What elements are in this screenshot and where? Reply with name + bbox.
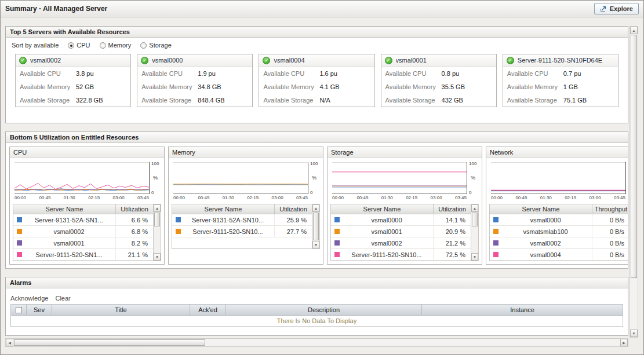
status-ok-icon: ✓ xyxy=(141,57,148,64)
scroll-right-button[interactable]: ▶ xyxy=(620,339,628,346)
sort-radio-storage[interactable]: Storage xyxy=(140,42,172,49)
card-row-storage: Available Storage N/A xyxy=(259,93,374,107)
x-tick: 00:45 xyxy=(39,195,50,200)
utilization-cell: 8.2 % xyxy=(116,240,153,247)
series-swatch xyxy=(334,252,340,257)
scroll-down-button[interactable]: ▼ xyxy=(154,253,161,261)
table-row[interactable]: vsmal0002 6.8 % xyxy=(13,226,153,237)
scroll-down-button[interactable]: ▼ xyxy=(630,330,638,337)
available-cpu-label: Available CPU xyxy=(141,70,198,77)
series-swatch xyxy=(17,229,22,234)
available-cpu-label: Available CPU xyxy=(263,70,319,77)
vertical-scroll-thumb[interactable] xyxy=(631,35,637,278)
network-table: Server Name Throughput vsmal0000 0 B/s v… xyxy=(489,204,628,261)
card-row-cpu: Available CPU 1.9 pu xyxy=(137,67,252,80)
x-tick: 01:30 xyxy=(540,195,552,200)
scroll-up-button[interactable]: ▲ xyxy=(154,204,161,212)
panel-storage-header: Storage xyxy=(328,147,482,158)
scroll-up-button[interactable]: ▲ xyxy=(630,27,638,34)
sort-radio-cpu[interactable]: CPU xyxy=(68,42,90,49)
card-row-cpu: Available CPU 0.8 pu xyxy=(381,67,496,80)
x-tick: 01:30 xyxy=(381,195,393,200)
radio-button-memory[interactable] xyxy=(100,42,106,49)
server-name-cell: vsmal0002 xyxy=(343,240,433,247)
card-row-storage: Available Storage 848.4 GB xyxy=(137,93,252,107)
x-tick: 00:00 xyxy=(491,195,503,200)
utilization-cell: 20.9 % xyxy=(434,228,471,235)
panel-title: Memory xyxy=(172,149,195,156)
available-cpu-value: 3.8 pu xyxy=(76,70,94,77)
series-swatch xyxy=(334,240,340,246)
server-name-cell: vsmal0002 xyxy=(501,240,592,247)
server-card-3[interactable]: ✓ vsmal0004 Available CPU 1.6 pu Availab… xyxy=(259,54,374,107)
table-row[interactable]: vsmal0002 0 B/s xyxy=(490,237,628,249)
table-row[interactable]: Server-9111-520-SN10... 72.5 % xyxy=(331,249,471,261)
table-row[interactable]: vsmal0000 0 B/s xyxy=(490,214,628,226)
utilization-cell: 27.7 % xyxy=(275,228,312,235)
app-window: Summary - All Managed Server Explore Top… xyxy=(0,0,644,355)
scroll-down-button[interactable]: ▼ xyxy=(312,241,319,248)
panel-title: CPU xyxy=(13,149,27,156)
column-description: Description xyxy=(226,305,422,315)
memory-table: Server Name Utilization Server-9131-52A-… xyxy=(172,204,320,249)
panel-network-header: Network xyxy=(486,147,628,158)
vertical-scrollbar[interactable]: ▲ ▼ xyxy=(630,26,638,338)
scroll-track[interactable] xyxy=(471,227,478,253)
column-utilization: Utilization xyxy=(434,204,471,214)
column-server-name: Server Name xyxy=(490,204,592,214)
available-cpu-label: Available CPU xyxy=(385,70,442,77)
scroll-track[interactable] xyxy=(630,279,638,330)
scroll-track[interactable] xyxy=(206,339,620,346)
scroll-left-button[interactable]: ◀ xyxy=(6,339,13,346)
table-row[interactable]: Server-9131-52A-SN1... 6.6 % xyxy=(13,214,153,226)
table-scrollbar[interactable]: ▲ ▼ xyxy=(153,204,161,261)
radio-button-cpu[interactable] xyxy=(68,42,74,49)
table-row[interactable]: Server-9131-52A-SN10... 25.9 % xyxy=(172,214,312,226)
table-row[interactable]: vsmal0004 0 B/s xyxy=(490,249,628,261)
select-all-checkbox[interactable] xyxy=(16,307,22,313)
utilization-cell: 21.1 % xyxy=(116,251,153,258)
sort-label: Sort by available xyxy=(12,42,59,49)
table-row[interactable]: Server-9111-520-SN10... 27.7 % xyxy=(172,226,312,237)
acknowledge-button[interactable]: Acknowledge xyxy=(10,295,48,302)
y-axis: 1 0 xyxy=(625,162,628,194)
table-row[interactable]: vsmal0000 14.1 % xyxy=(331,214,471,226)
status-ok-icon: ✓ xyxy=(385,57,392,64)
horizontal-scroll-thumb[interactable] xyxy=(14,339,205,346)
card-row-memory: Available Memory 35.5 GB xyxy=(381,80,496,93)
table-scrollbar[interactable]: ▲ ▼ xyxy=(312,204,319,248)
server-card-4[interactable]: ✓ vsmal0001 Available CPU 0.8 pu Availab… xyxy=(381,54,497,107)
utilization-cell: 6.6 % xyxy=(116,217,153,224)
table-row[interactable]: vsmatsmlab100 0 B/s xyxy=(490,226,628,237)
horizontal-scrollbar[interactable]: ◀ ▶ xyxy=(5,338,628,347)
scroll-down-button[interactable]: ▼ xyxy=(471,253,478,261)
server-card-2[interactable]: ✓ vsmal0000 Available CPU 1.9 pu Availab… xyxy=(137,54,253,107)
network-throughput-chart: 00:00 00:45 01:30 02:15 03:00 03:45 1 xyxy=(486,158,628,202)
server-card-header: ✓ vsmal0001 xyxy=(381,54,496,67)
server-name: Server-9111-520-SN10FD64E xyxy=(518,57,602,64)
chart-plot xyxy=(332,162,467,193)
scroll-thumb[interactable] xyxy=(313,213,319,240)
clear-button[interactable]: Clear xyxy=(55,295,70,302)
server-card-5[interactable]: ✓ Server-9111-520-SN10FD64E Available CP… xyxy=(503,54,618,107)
scroll-thumb[interactable] xyxy=(154,213,160,226)
explore-button[interactable]: Explore xyxy=(594,3,639,14)
server-card-1[interactable]: ✓ vsmal0002 Available CPU 3.8 pu Availab… xyxy=(15,54,131,107)
available-storage-value: 322.8 GB xyxy=(76,97,103,104)
radio-button-storage[interactable] xyxy=(140,42,147,49)
series-swatch xyxy=(176,229,181,234)
scroll-up-button[interactable]: ▲ xyxy=(312,204,319,212)
available-storage-value: 432 GB xyxy=(442,97,463,104)
scroll-track[interactable] xyxy=(154,227,161,253)
table-row[interactable]: Server-9111-520-SN1... 21.1 % xyxy=(13,249,153,261)
server-card-header: ✓ vsmal0004 xyxy=(259,54,374,67)
scroll-thumb[interactable] xyxy=(472,213,478,226)
table-row[interactable]: vsmal0002 21.2 % xyxy=(331,237,471,249)
sort-radio-memory[interactable]: Memory xyxy=(100,42,132,49)
column-server-name: Server Name xyxy=(172,204,275,214)
table-row[interactable]: vsmal0001 8.2 % xyxy=(13,237,153,249)
table-row[interactable]: vsmal0001 20.9 % xyxy=(331,226,471,237)
scroll-up-button[interactable]: ▲ xyxy=(471,204,478,212)
available-memory-label: Available Memory xyxy=(385,83,442,90)
table-scrollbar[interactable]: ▲ ▼ xyxy=(471,204,478,261)
